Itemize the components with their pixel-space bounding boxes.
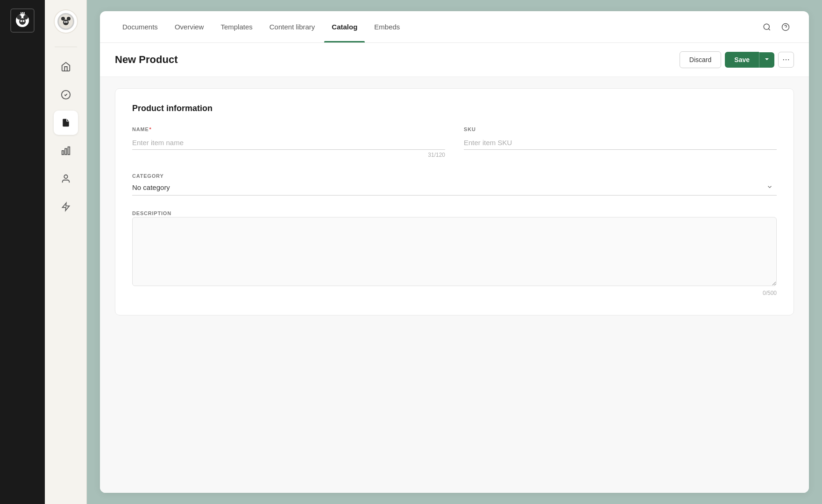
svg-point-10 <box>63 20 69 25</box>
nav-item-overview[interactable]: Overview <box>167 19 212 35</box>
description-container: DESCRIPTION 0/500 <box>132 209 777 296</box>
header-actions: Discard Save <box>680 51 794 68</box>
svg-point-24 <box>783 59 784 60</box>
product-information-card: Product information NAME* 31/120 SKU <box>115 88 794 315</box>
category-container: CATEGORY No category Electronics Clothin… <box>132 171 777 196</box>
sidebar-item-tasks[interactable] <box>54 83 78 107</box>
sidebar-item-analytics[interactable] <box>54 139 78 163</box>
search-button[interactable] <box>758 19 775 35</box>
svg-point-25 <box>786 59 787 60</box>
sidebar-item-contacts[interactable] <box>54 167 78 191</box>
more-options-button[interactable] <box>778 52 794 68</box>
svg-point-19 <box>764 24 769 29</box>
nav-item-templates[interactable]: Templates <box>213 19 260 35</box>
svg-rect-16 <box>68 147 70 155</box>
sku-field: SKU <box>464 126 777 158</box>
page-header: New Product Discard Save <box>100 43 809 77</box>
brand-bar: pd <box>0 0 45 504</box>
required-indicator: * <box>149 126 152 132</box>
brand-logo: pd <box>10 8 35 33</box>
nav-item-catalog[interactable]: Catalog <box>324 19 365 35</box>
sidebar-item-home[interactable] <box>54 55 78 79</box>
svg-marker-18 <box>62 203 69 211</box>
svg-rect-14 <box>62 151 64 154</box>
description-char-count: 0/500 <box>132 290 777 296</box>
svg-text:pd: pd <box>21 12 25 15</box>
category-select-wrapper: No category Electronics Clothing Books F… <box>132 180 777 196</box>
svg-marker-23 <box>765 58 769 60</box>
content-area: Product information NAME* 31/120 SKU <box>100 77 809 493</box>
nav-item-documents[interactable]: Documents <box>115 19 165 35</box>
svg-point-11 <box>64 21 66 23</box>
svg-point-12 <box>66 21 68 23</box>
sku-label: SKU <box>464 126 777 132</box>
name-label: NAME* <box>132 126 445 132</box>
nav-item-embeds[interactable]: Embeds <box>367 19 407 35</box>
svg-point-5 <box>23 20 25 22</box>
sidebar <box>45 0 87 504</box>
sidebar-item-documents[interactable] <box>54 111 78 135</box>
form-section-title: Product information <box>132 104 777 113</box>
sidebar-divider <box>55 47 77 47</box>
help-button[interactable] <box>777 19 794 35</box>
save-button[interactable]: Save <box>725 52 759 68</box>
svg-rect-15 <box>65 148 67 154</box>
sku-input[interactable] <box>464 136 777 150</box>
avatar <box>54 9 78 34</box>
name-input[interactable] <box>132 136 445 150</box>
card-container: Documents Overview Templates Content lib… <box>100 11 809 493</box>
name-sku-row: NAME* 31/120 SKU <box>132 126 777 158</box>
name-field: NAME* 31/120 <box>132 126 445 158</box>
page-title: New Product <box>115 54 680 66</box>
description-textarea[interactable] <box>132 217 777 286</box>
discard-button[interactable]: Discard <box>680 51 721 68</box>
category-select[interactable]: No category Electronics Clothing Books F… <box>132 180 777 196</box>
save-dropdown-button[interactable] <box>759 52 774 68</box>
svg-point-8 <box>61 17 65 21</box>
main-content: Documents Overview Templates Content lib… <box>87 0 822 504</box>
name-char-count: 31/120 <box>132 152 445 158</box>
top-nav: Documents Overview Templates Content lib… <box>100 11 809 43</box>
svg-line-20 <box>768 28 770 30</box>
svg-point-17 <box>64 175 67 178</box>
nav-item-content-library[interactable]: Content library <box>262 19 323 35</box>
sidebar-item-automations[interactable] <box>54 195 78 219</box>
svg-point-4 <box>21 20 22 22</box>
category-label: CATEGORY <box>132 173 164 179</box>
svg-point-3 <box>19 18 26 25</box>
description-label: DESCRIPTION <box>132 210 171 216</box>
save-button-group: Save <box>725 52 774 68</box>
svg-point-26 <box>788 59 789 60</box>
svg-point-9 <box>67 17 71 21</box>
